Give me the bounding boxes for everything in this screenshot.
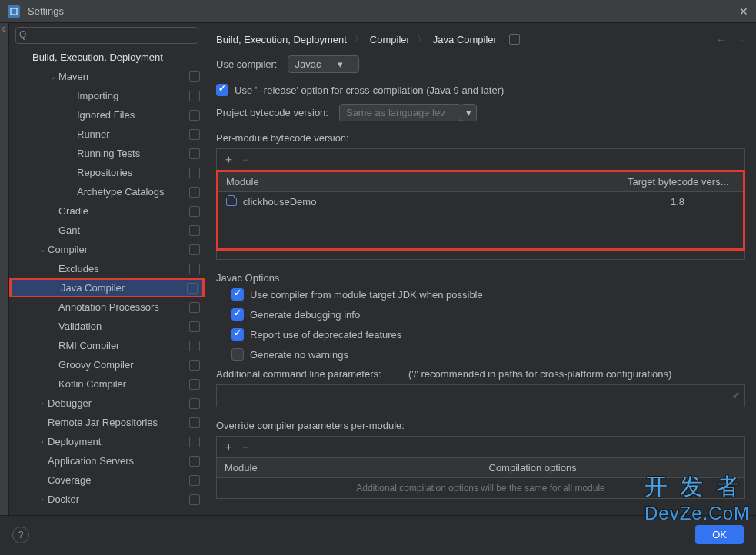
sidebar-item-groovy-compiler[interactable]: Groovy Compiler — [9, 355, 205, 374]
sidebar-item-compiler[interactable]: ⌄Compiler — [9, 240, 205, 259]
javac-options-label: Javac Options — [216, 272, 745, 284]
sidebar-item-annotation-processors[interactable]: Annotation Processors — [9, 297, 205, 317]
chevron-icon: › — [37, 399, 48, 407]
open-settings-icon[interactable] — [189, 129, 200, 140]
close-icon[interactable]: ✕ — [739, 5, 748, 18]
release-option-label: Use '--release' option for cross-compila… — [235, 85, 504, 96]
open-settings-icon[interactable] — [189, 341, 200, 351]
sidebar-item-debugger[interactable]: ›Debugger — [9, 394, 205, 413]
sidebar-item-rmi-compiler[interactable]: RMI Compiler — [9, 336, 205, 355]
sidebar-item-excludes[interactable]: Excludes — [9, 259, 205, 278]
open-settings-icon[interactable] — [189, 187, 200, 198]
sidebar-item-java-compiler[interactable]: Java Compiler — [9, 278, 205, 297]
sidebar-item-runner[interactable]: Runner — [9, 125, 205, 144]
open-settings-icon[interactable] — [189, 91, 200, 101]
module-name-cell: clickhouseDemo — [243, 196, 620, 208]
search-input[interactable] — [15, 27, 198, 44]
module-icon — [226, 198, 237, 206]
sidebar-item-archetype-catalogs[interactable]: Archetype Catalogs — [9, 182, 205, 201]
open-settings-icon[interactable] — [189, 110, 200, 121]
sidebar-item-running-tests[interactable]: Running Tests — [9, 144, 205, 163]
project-bytecode-dropdown[interactable]: ▾ — [461, 104, 477, 121]
open-settings-icon[interactable] — [189, 168, 200, 178]
override-params-label: Override compiler parameters per-module: — [216, 420, 745, 431]
open-settings-icon[interactable] — [189, 494, 200, 505]
open-settings-icon[interactable] — [187, 283, 198, 294]
sidebar-item-importing[interactable]: Importing — [9, 86, 205, 105]
open-settings-icon[interactable] — [189, 360, 200, 371]
open-settings-icon[interactable] — [189, 456, 200, 467]
no-warnings-checkbox[interactable] — [231, 348, 244, 361]
svg-rect-0 — [11, 8, 17, 15]
open-settings-icon[interactable] — [189, 225, 200, 236]
sidebar-item-repositories[interactable]: Repositories — [9, 163, 205, 182]
remove-module-button: − — [242, 153, 249, 166]
remove-override-button: − — [242, 440, 249, 454]
open-settings-icon[interactable] — [189, 206, 200, 217]
override-hint: Additional compilation options will be t… — [217, 478, 744, 498]
content-pane: Use compiler: Javac ▾ Use '--release' op… — [205, 55, 756, 515]
chevron-icon: ⌄ — [48, 72, 58, 81]
app-icon — [8, 5, 20, 18]
open-settings-icon[interactable] — [189, 264, 200, 274]
open-settings-icon[interactable] — [189, 398, 200, 409]
sidebar-item-coverage[interactable]: Coverage — [9, 470, 205, 490]
open-settings-icon[interactable] — [189, 475, 200, 486]
per-module-highlight: Module Target bytecode vers... clickhous… — [216, 170, 745, 251]
add-override-button[interactable]: ＋ — [223, 440, 235, 454]
addl-params-input[interactable]: ⤢ — [216, 384, 745, 407]
open-settings-icon[interactable] — [189, 148, 200, 159]
addl-params-label: Additional command line parameters: — [216, 368, 408, 380]
sidebar-item-gant[interactable]: Gant — [9, 221, 205, 240]
per-module-label: Per-module bytecode version: — [216, 132, 745, 144]
target-jdk-checkbox[interactable] — [231, 288, 244, 301]
search-icon: Q- — [19, 29, 29, 40]
add-module-button[interactable]: ＋ — [223, 152, 235, 167]
release-option-checkbox[interactable] — [216, 84, 228, 96]
nav-fwd-icon: → — [735, 34, 745, 45]
use-compiler-select[interactable]: Javac ▾ — [288, 55, 359, 73]
sidebar-item-remote-jar-repositories[interactable]: Remote Jar Repositories — [9, 413, 205, 432]
chevron-icon: › — [37, 437, 48, 446]
settings-tree: Build, Execution, Deployment⌄MavenImport… — [9, 48, 205, 515]
sidebar-item-ignored-files[interactable]: Ignored Files — [9, 105, 205, 125]
ok-button[interactable]: OK — [695, 525, 744, 544]
crumb-1[interactable]: Compiler — [370, 34, 410, 45]
title-bar: Settings ✕ — [0, 0, 756, 23]
sidebar: Q- Build, Execution, Deployment⌄MavenImp… — [9, 23, 205, 515]
sidebar-item-gradle[interactable]: Gradle — [9, 201, 205, 221]
sidebar-item-validation[interactable]: Validation — [9, 317, 205, 336]
tree-section-header[interactable]: Build, Execution, Deployment — [9, 48, 205, 67]
nav-back-icon[interactable]: ← — [716, 34, 726, 45]
help-button[interactable]: ? — [12, 527, 29, 543]
use-compiler-label: Use compiler: — [216, 58, 277, 70]
crumb-0[interactable]: Build, Execution, Deployment — [216, 34, 347, 45]
open-settings-icon[interactable] — [189, 71, 200, 82]
open-settings-icon[interactable] — [189, 244, 200, 255]
open-in-new-icon[interactable] — [509, 34, 520, 45]
sidebar-item-deployment[interactable]: ›Deployment — [9, 432, 205, 451]
open-settings-icon[interactable] — [189, 321, 200, 332]
col2-module: Module — [217, 458, 481, 477]
sidebar-item-kotlin-compiler[interactable]: Kotlin Compiler — [9, 374, 205, 394]
addl-params-hint: ('/' recommended in paths for cross-plat… — [408, 368, 671, 380]
sidebar-item-docker[interactable]: ›Docker — [9, 490, 205, 509]
sidebar-item-application-servers[interactable]: Application Servers — [9, 451, 205, 470]
sidebar-item-maven[interactable]: ⌄Maven — [9, 67, 205, 86]
open-settings-icon[interactable] — [189, 302, 200, 313]
col-module: Module — [218, 172, 620, 191]
open-settings-icon[interactable] — [189, 379, 200, 390]
chevron-icon: › — [37, 495, 48, 503]
dialog-footer: ? OK — [0, 515, 756, 553]
expand-icon[interactable]: ⤢ — [732, 390, 740, 400]
deprecated-checkbox[interactable] — [231, 328, 244, 341]
table-row[interactable]: clickhouseDemo 1.8 — [218, 192, 743, 211]
open-settings-icon[interactable] — [189, 437, 200, 447]
col-target: Target bytecode vers... — [620, 172, 743, 191]
open-settings-icon[interactable] — [189, 417, 200, 428]
debug-info-checkbox[interactable] — [231, 308, 244, 321]
col2-options: Compilation options — [481, 458, 745, 477]
crumb-2[interactable]: Java Compiler — [433, 34, 497, 45]
project-bytecode-select[interactable]: Same as language lev — [339, 104, 461, 121]
target-version-cell: 1.8 — [620, 196, 735, 208]
